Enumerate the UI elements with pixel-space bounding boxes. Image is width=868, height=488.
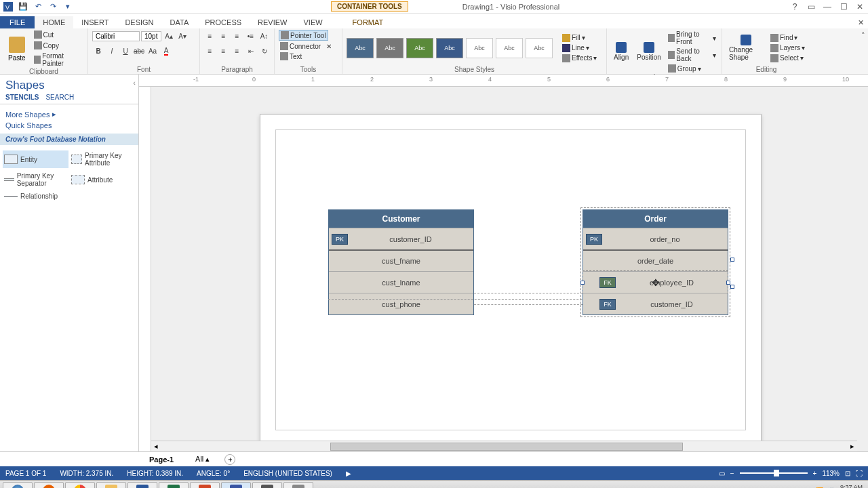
bullets-button[interactable]: •≡ [245, 30, 257, 42]
undo-icon[interactable]: ↶ [33, 1, 43, 12]
presentation-mode-icon[interactable]: ▭ [719, 470, 725, 477]
send-back-button[interactable]: Send to Back ▾ [667, 47, 717, 63]
tab-view[interactable]: VIEW [295, 16, 330, 28]
find-button[interactable]: Find ▾ [769, 33, 806, 43]
align-right-button[interactable]: ≡ [231, 45, 243, 57]
tab-search[interactable]: SEARCH [45, 94, 74, 101]
align-middle-button[interactable]: ≡ [218, 30, 230, 42]
align-top-button[interactable]: ≡ [204, 30, 216, 42]
style-swatch-4[interactable]: Abc [436, 38, 463, 58]
tab-data[interactable]: DATA [162, 16, 197, 28]
taskbar-chrome[interactable] [65, 482, 95, 489]
entity-order-row-1[interactable]: order_date [583, 249, 728, 271]
entity-order-header[interactable]: Order [583, 210, 728, 228]
taskbar-explorer[interactable] [96, 482, 126, 489]
collapse-ribbon-icon[interactable]: ˄ [859, 28, 868, 74]
strike-button[interactable]: abc [133, 45, 145, 57]
stencil-relationship[interactable]: Relationship [3, 191, 68, 201]
paste-button[interactable]: Paste [4, 35, 30, 63]
zoom-slider[interactable] [740, 472, 808, 474]
decrease-font-icon[interactable]: A▾ [176, 30, 189, 42]
zoom-out-icon[interactable]: − [730, 470, 734, 477]
text-tool-button[interactable]: Text [279, 52, 303, 61]
minimize-icon[interactable]: — [822, 1, 833, 12]
stencil-entity[interactable]: Entity [3, 150, 68, 168]
cut-button[interactable]: Cut [33, 30, 83, 39]
change-shape-button[interactable]: Change Shape [726, 33, 766, 62]
font-size-combo[interactable]: 10pt [141, 31, 161, 41]
fill-button[interactable]: Fill ▾ [561, 33, 598, 43]
entity-customer-header[interactable]: Customer [329, 210, 473, 228]
stencil-pk-separator[interactable]: Primary Key Separator [3, 171, 68, 188]
page-tab-all[interactable]: All ▴ [189, 453, 216, 465]
case-button[interactable]: Aa [146, 45, 159, 57]
collapse-pane-icon[interactable]: ‹ [133, 79, 136, 87]
taskbar-visio[interactable] [221, 482, 251, 489]
add-page-button[interactable]: + [224, 454, 235, 465]
close-drawing-icon[interactable]: ✕ [854, 17, 868, 28]
more-shapes-button[interactable]: More Shapes ▸ [0, 104, 138, 120]
style-swatch-3[interactable]: Abc [406, 38, 433, 58]
status-language[interactable]: ENGLISH (UNITED STATES) [243, 470, 332, 477]
bold-button[interactable]: B [92, 45, 104, 57]
visio-icon[interactable]: V [3, 1, 14, 12]
help-icon[interactable]: ? [789, 1, 800, 12]
align-bottom-button[interactable]: ≡ [231, 30, 243, 42]
group-button[interactable]: Group ▾ [667, 64, 717, 73]
taskbar-powerpoint[interactable] [190, 482, 220, 489]
tab-stencils[interactable]: STENCILS [5, 94, 39, 101]
ribbon-options-icon[interactable]: ▭ [806, 1, 816, 12]
macro-record-icon[interactable]: ▶ [346, 470, 351, 477]
taskbar-excel[interactable] [159, 482, 189, 489]
scroll-left-icon[interactable]: ◂ [151, 442, 161, 451]
rotate-text-button[interactable]: ↻ [258, 45, 271, 57]
tab-review[interactable]: REVIEW [250, 16, 295, 28]
stencil-header[interactable]: Crow's Foot Database Notation [0, 134, 138, 145]
entity-customer-row-3[interactable]: cust_phone [329, 293, 473, 314]
horizontal-ruler[interactable]: -1 0 1 2 3 4 5 6 7 8 9 10 [139, 75, 868, 87]
canvas[interactable]: Customer PK customer_ID cust_fname cust_… [151, 87, 868, 451]
zoom-thumb[interactable] [774, 470, 779, 476]
page-tab-1[interactable]: Page-1 [142, 454, 180, 465]
redo-icon[interactable]: ↷ [47, 1, 58, 12]
bring-front-button[interactable]: Bring to Front ▾ [667, 30, 717, 46]
maximize-icon[interactable]: ☐ [838, 1, 849, 12]
align-left-button[interactable]: ≡ [204, 45, 216, 57]
zoom-in-icon[interactable]: + [813, 470, 817, 477]
close-icon[interactable]: ✕ [854, 1, 865, 12]
tab-home[interactable]: HOME [35, 16, 73, 28]
scroll-thumb[interactable] [330, 443, 683, 451]
tool-cancel-icon[interactable]: ✕ [326, 43, 332, 50]
tab-format[interactable]: FORMAT [344, 16, 392, 28]
vertical-ruler[interactable] [139, 87, 151, 451]
font-name-combo[interactable]: Calibri [92, 31, 140, 41]
connector-tool-button[interactable]: Connector✕ [279, 41, 333, 51]
pointer-tool-button[interactable]: Pointer Tool [279, 30, 328, 41]
system-tray[interactable]: ▴ 📶 🔊 9:37 AM 9/9/2014 [808, 484, 865, 489]
taskbar-firefox[interactable] [34, 482, 64, 489]
scroll-right-icon[interactable]: ▸ [848, 442, 857, 451]
style-swatch-2[interactable]: Abc [376, 38, 403, 58]
copy-button[interactable]: Copy [33, 41, 83, 50]
stencil-pk-attribute[interactable]: Primary Key Attribute [70, 150, 136, 168]
selection-handle[interactable] [580, 281, 585, 285]
indent-button[interactable]: ⇤ [245, 45, 257, 57]
line-button[interactable]: Line ▾ [561, 43, 598, 53]
taskbar-app2[interactable] [283, 482, 313, 489]
stencil-attribute[interactable]: Attribute [70, 171, 136, 188]
taskbar-word[interactable] [127, 482, 157, 489]
effects-button[interactable]: Effects ▾ [561, 54, 598, 63]
entity-order[interactable]: Order PK order_no order_date FK employee… [583, 209, 728, 315]
entity-customer-row-1[interactable]: cust_fname [329, 249, 473, 271]
qat-dropdown-icon[interactable]: ▾ [62, 1, 73, 12]
entity-order-row-3[interactable]: FK customer_ID [583, 293, 728, 314]
style-swatch-6[interactable]: Abc [496, 38, 523, 58]
italic-button[interactable]: I [106, 45, 118, 57]
entity-customer-row-pk[interactable]: PK customer_ID [329, 228, 473, 249]
style-swatch-5[interactable]: Abc [466, 38, 493, 58]
text-direction-button[interactable]: A↕ [258, 30, 271, 42]
start-button[interactable] [3, 482, 33, 489]
full-screen-icon[interactable]: ⛶ [856, 470, 863, 477]
align-center-button[interactable]: ≡ [218, 45, 230, 57]
format-painter-button[interactable]: Format Painter [33, 52, 83, 68]
